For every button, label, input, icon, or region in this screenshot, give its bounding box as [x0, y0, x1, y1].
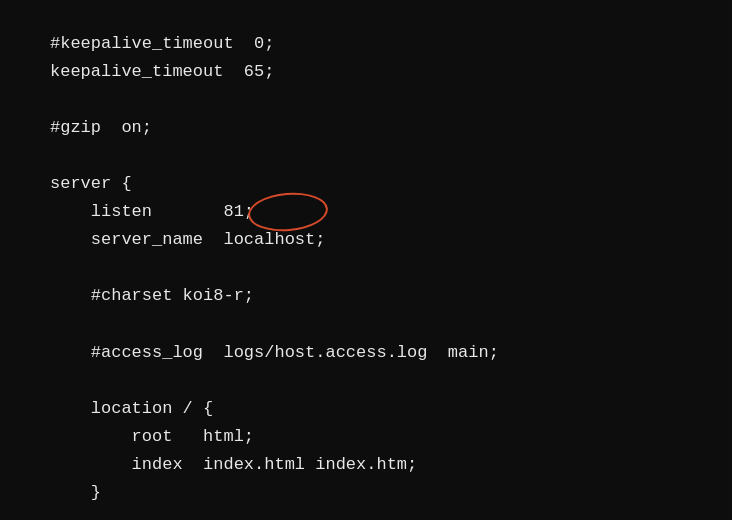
line-16: index index.html index.htm;: [50, 455, 417, 474]
line-6: server {: [50, 174, 132, 193]
line-14: location / {: [50, 399, 213, 418]
code-block: #keepalive_timeout 0; keepalive_timeout …: [50, 30, 499, 507]
line-17: }: [50, 483, 101, 502]
line-2: keepalive_timeout 65;: [50, 62, 274, 81]
line-4: #gzip on;: [50, 118, 152, 137]
line-10: #charset koi8-r;: [50, 286, 254, 305]
line-15: root html;: [50, 427, 254, 446]
line-7: listen 81;: [50, 202, 254, 221]
line-12: #access_log logs/host.access.log main;: [50, 343, 499, 362]
line-8: server_name localhost;: [50, 230, 325, 249]
line-1: #keepalive_timeout 0;: [50, 34, 274, 53]
code-editor: #keepalive_timeout 0; keepalive_timeout …: [0, 0, 732, 520]
